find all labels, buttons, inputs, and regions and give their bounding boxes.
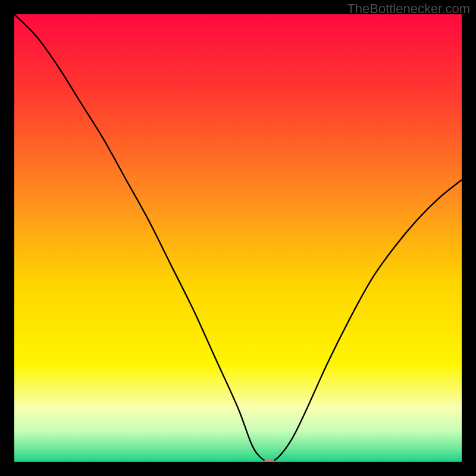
chart-background — [14, 14, 462, 462]
watermark-text: TheBottlenecker.com — [347, 1, 470, 17]
chart-frame: TheBottlenecker.com — [0, 0, 476, 476]
bottleneck-chart — [14, 14, 462, 462]
